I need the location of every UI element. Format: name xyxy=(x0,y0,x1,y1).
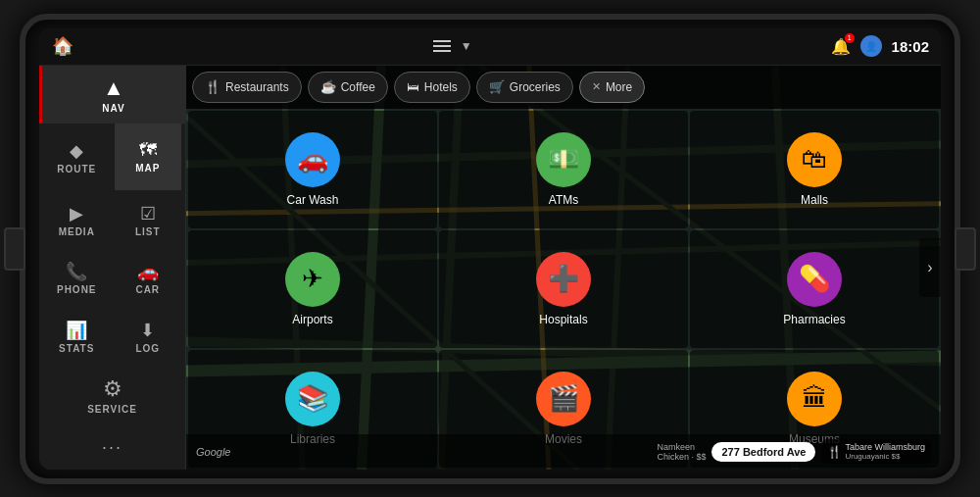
poi-cell-malls[interactable]: 🛍Malls xyxy=(690,111,939,228)
log-label: LOG xyxy=(135,343,160,354)
car-icon: 🚗 xyxy=(137,261,159,282)
phone-icon: 📞 xyxy=(66,261,87,282)
poi-icon-movies: 🎬 xyxy=(536,372,591,426)
filter-bar: 🍴 Restaurants ☕ Coffee 🛏 Hotels 🛒 Grocer… xyxy=(186,66,941,109)
poi-label-hospitals: Hospitals xyxy=(539,313,587,326)
restaurant-badge: 🍴 Tabare Williamsburg Uruguayanic $$ xyxy=(821,439,931,464)
poi-label-atms: ATMs xyxy=(549,193,578,207)
more-label: More xyxy=(606,80,632,94)
groceries-label: Groceries xyxy=(510,80,561,94)
media-label: MEDIA xyxy=(59,226,95,237)
map-bottom: Google Namkeen Chicken · $$ 277 Bedford … xyxy=(186,434,941,470)
sidebar-item-map[interactable]: 🗺 MAP xyxy=(115,124,182,190)
screen: 🏠 ▼ 🔔 1 👤 18:02 ▲ xyxy=(39,28,941,470)
main-area: ▲ NAV ◆ ROUTE 🗺 MAP ▶ ME xyxy=(39,66,941,470)
list-icon: ☑ xyxy=(140,203,156,224)
avatar-icon[interactable]: 👤 xyxy=(860,35,882,57)
home-icon[interactable]: 🏠 xyxy=(51,34,74,58)
filter-hotels-btn[interactable]: 🛏 Hotels xyxy=(394,72,470,103)
address-badge[interactable]: 277 Bedford Ave xyxy=(711,442,815,462)
time-display: 18:02 xyxy=(892,38,929,55)
poi-cell-airports[interactable]: ✈Airports xyxy=(188,230,437,348)
sidebar-item-nav[interactable]: ▲ NAV xyxy=(39,66,185,124)
nav-label: NAV xyxy=(102,103,124,114)
poi-icon-museums: 🏛 xyxy=(787,372,842,426)
poi-icon-libraries: 📚 xyxy=(285,372,340,426)
status-left: 🏠 xyxy=(51,34,74,58)
media-icon: ▶ xyxy=(70,203,83,224)
poi-label-airports: Airports xyxy=(292,313,332,326)
filter-restaurants-btn[interactable]: 🍴 Restaurants xyxy=(192,72,302,103)
hotels-label: Hotels xyxy=(424,80,458,94)
poi-cell-atms[interactable]: 💵ATMs xyxy=(439,111,688,228)
poi-label-car-wash: Car Wash xyxy=(287,193,339,207)
content-panel: 🍴 Restaurants ☕ Coffee 🛏 Hotels 🛒 Grocer… xyxy=(186,66,941,470)
sidebar-item-media[interactable]: ▶ MEDIA xyxy=(43,199,111,241)
sidebar-more-dots[interactable]: ··· xyxy=(39,425,185,470)
sidebar-row-car: 📞 PHONE 🚗 CAR xyxy=(39,249,185,308)
nav-icon: ▲ xyxy=(103,75,124,101)
log-icon: ⬇ xyxy=(140,320,155,341)
poi-cell-hospitals[interactable]: ➕Hospitals xyxy=(439,230,688,348)
status-center: ▼ xyxy=(433,39,472,53)
sidebar-item-phone[interactable]: 📞 PHONE xyxy=(43,257,111,299)
coffee-icon: ☕ xyxy=(320,79,336,94)
bell-badge: 1 xyxy=(845,33,855,43)
poi-icon-atms: 💵 xyxy=(536,132,591,187)
filter-groceries-btn[interactable]: 🛒 Groceries xyxy=(476,72,573,103)
stats-icon: 📊 xyxy=(66,320,87,341)
chevron-down-icon[interactable]: ▼ xyxy=(461,39,472,53)
restaurants-icon: 🍴 xyxy=(205,79,220,94)
poi-icon-hospitals: ➕ xyxy=(536,252,591,307)
sidebar-item-list[interactable]: ☑ LIST xyxy=(115,199,182,241)
sidebar-item-log[interactable]: ⬇ LOG xyxy=(115,316,182,358)
sidebar-item-route[interactable]: ◆ ROUTE 🗺 MAP xyxy=(39,124,185,190)
route-label: ROUTE xyxy=(57,164,96,174)
groceries-icon: 🛒 xyxy=(489,79,505,94)
sidebar: ▲ NAV ◆ ROUTE 🗺 MAP ▶ ME xyxy=(39,66,186,470)
bell-icon[interactable]: 🔔 1 xyxy=(831,37,851,56)
hamburger-icon[interactable] xyxy=(433,40,451,52)
restaurant-name: Tabare Williamsburg Uruguayanic $$ xyxy=(845,442,925,461)
poi-grid: 🚗Car Wash💵ATMs🛍Malls✈Airports➕Hospitals💊… xyxy=(186,109,941,470)
poi-icon-airports: ✈ xyxy=(285,252,340,307)
sidebar-row-media: ▶ MEDIA ☑ LIST xyxy=(39,190,185,249)
status-right: 🔔 1 👤 18:02 xyxy=(831,35,929,57)
device-frame: 🏠 ▼ 🔔 1 👤 18:02 ▲ xyxy=(20,14,960,484)
map-icon: 🗺 xyxy=(139,140,157,161)
restaurant-info: Namkeen Chicken · $$ xyxy=(657,442,706,462)
service-icon: ⚙ xyxy=(103,376,122,402)
sidebar-item-stats[interactable]: 📊 STATS xyxy=(43,316,111,358)
filter-coffee-btn[interactable]: ☕ Coffee xyxy=(308,72,388,103)
service-label: SERVICE xyxy=(87,404,137,415)
sidebar-item-car[interactable]: 🚗 CAR xyxy=(115,257,182,299)
list-label: LIST xyxy=(135,226,161,237)
filter-more-btn[interactable]: ✕ More xyxy=(579,72,645,103)
restaurants-label: Restaurants xyxy=(225,80,289,94)
phone-label: PHONE xyxy=(57,284,97,295)
poi-label-pharmacies: Pharmacies xyxy=(783,313,845,326)
poi-cell-car-wash[interactable]: 🚗Car Wash xyxy=(188,111,437,228)
hotels-icon: 🛏 xyxy=(407,79,419,94)
route-icon: ◆ xyxy=(70,140,83,162)
map-label: MAP xyxy=(135,163,160,174)
sidebar-row-service: 📊 STATS ⬇ LOG xyxy=(39,308,185,367)
stats-label: STATS xyxy=(59,343,94,354)
chevron-right-btn[interactable]: › xyxy=(919,238,941,297)
google-logo: Google xyxy=(196,446,230,458)
poi-icon-car-wash: 🚗 xyxy=(285,132,340,187)
car-label: CAR xyxy=(135,284,160,295)
poi-icon-malls: 🛍 xyxy=(787,132,842,187)
poi-cell-pharmacies[interactable]: 💊Pharmacies xyxy=(690,230,939,348)
sidebar-item-service[interactable]: ⚙ SERVICE xyxy=(39,367,185,425)
close-icon: ✕ xyxy=(592,80,601,93)
poi-label-malls: Malls xyxy=(801,193,828,207)
poi-icon-pharmacies: 💊 xyxy=(787,252,842,307)
status-bar: 🏠 ▼ 🔔 1 👤 18:02 xyxy=(39,28,941,66)
coffee-label: Coffee xyxy=(341,80,375,94)
